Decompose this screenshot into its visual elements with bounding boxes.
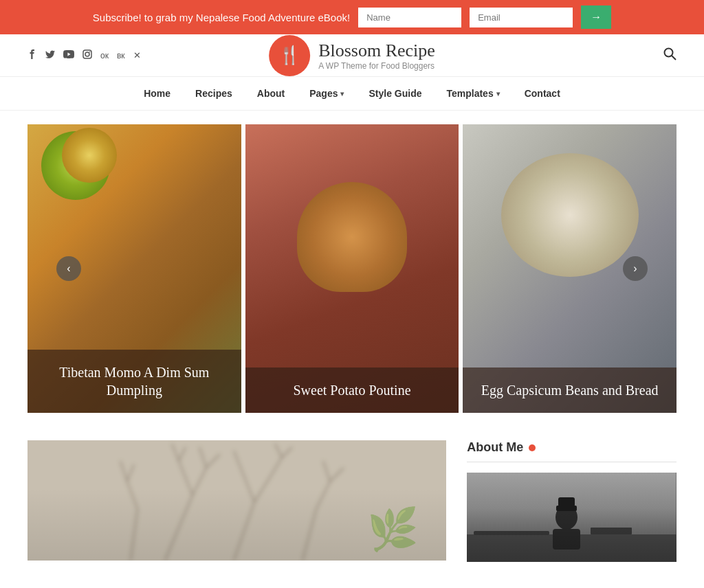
nav-about[interactable]: About [257, 88, 285, 99]
svg-point-34 [556, 505, 578, 530]
slide-1-overlay: Tibetan Momo A Dim Sum Dumpling [28, 350, 241, 413]
svg-line-14 [234, 502, 254, 561]
facebook-icon[interactable] [28, 49, 37, 62]
main-article-preview[interactable] [28, 440, 446, 562]
top-banner: Subscribe! to grab my Nepalese Food Adve… [0, 0, 704, 34]
slider-section: ‹ Tibetan Momo A Dim Sum Dumpling Sweet … [0, 111, 704, 427]
svg-line-18 [272, 457, 282, 475]
svg-line-20 [282, 447, 292, 457]
svg-line-9 [192, 468, 206, 495]
svg-rect-29 [28, 440, 446, 561]
svg-line-21 [131, 509, 138, 561]
svg-point-3 [665, 49, 673, 57]
svg-line-19 [275, 444, 282, 457]
sidebar: About Me [467, 440, 676, 562]
svg-rect-38 [474, 531, 549, 535]
main-nav: Home Recipes About Pages ▾ Style Guide T… [0, 77, 704, 111]
templates-dropdown-arrow: ▾ [496, 90, 500, 98]
header: ок вк ✕ 🍴 Blossom Recipe A WP Theme for … [0, 34, 704, 77]
slide-2-overlay: Sweet Potato Poutine [245, 368, 459, 413]
youtube-icon[interactable] [63, 49, 74, 61]
svg-line-15 [241, 468, 254, 502]
site-title: Blossom Recipe [318, 41, 435, 61]
svg-line-27 [323, 461, 330, 482]
slide-2-title: Sweet Potato Poutine [259, 381, 446, 399]
svg-rect-5 [28, 440, 446, 561]
site-subtitle: A WP Theme for Food Bloggers [318, 61, 435, 71]
svg-point-2 [89, 51, 91, 52]
nav-contact[interactable]: Contact [525, 88, 560, 99]
subscribe-button[interactable]: → [581, 5, 611, 29]
slide-3-overlay: Egg Capsicum Beans and Bread [463, 368, 676, 413]
twitter-icon[interactable] [45, 49, 55, 62]
svg-line-12 [172, 444, 179, 461]
svg-line-4 [672, 56, 676, 60]
slider-prev-button[interactable]: ‹ [56, 256, 81, 281]
svg-line-10 [199, 447, 206, 468]
svg-rect-37 [558, 497, 575, 507]
article-image [28, 440, 446, 561]
svg-line-16 [254, 475, 272, 502]
svg-rect-33 [467, 534, 676, 562]
slide-3-title: Egg Capsicum Beans and Bread [476, 381, 663, 399]
social-icons: ок вк ✕ [28, 49, 141, 62]
search-button[interactable] [663, 47, 676, 64]
vk-icon[interactable]: вк [117, 51, 125, 60]
svg-line-28 [330, 468, 344, 482]
svg-rect-39 [591, 528, 632, 534]
nav-templates[interactable]: Templates ▾ [446, 88, 499, 99]
svg-rect-6 [28, 440, 446, 561]
logo-text: Blossom Recipe A WP Theme for Food Blogg… [318, 41, 435, 71]
nav-style-guide[interactable]: Style Guide [368, 88, 421, 99]
pages-dropdown-arrow: ▾ [340, 90, 344, 98]
slider-container: ‹ Tibetan Momo A Dim Sum Dumpling Sweet … [28, 124, 676, 413]
email-input[interactable] [470, 8, 573, 27]
svg-rect-0 [83, 50, 91, 58]
xing-icon[interactable]: ✕ [133, 50, 141, 60]
svg-line-25 [302, 509, 316, 561]
nav-recipes[interactable]: Recipes [195, 88, 232, 99]
svg-line-26 [316, 482, 330, 509]
slide-1-title: Tibetan Momo A Dim Sum Dumpling [41, 363, 228, 399]
about-me-title: About Me [467, 440, 676, 462]
svg-point-1 [85, 52, 89, 56]
name-input[interactable] [358, 8, 461, 27]
logo-icon: 🍴 [269, 35, 310, 76]
about-me-image [467, 473, 676, 562]
instagram-icon[interactable] [82, 49, 92, 62]
svg-line-17 [234, 451, 241, 468]
slide-2[interactable]: Sweet Potato Poutine [245, 124, 459, 413]
nav-pages[interactable]: Pages ▾ [309, 88, 344, 99]
svg-line-11 [206, 454, 220, 468]
svg-rect-35 [553, 529, 580, 550]
svg-line-23 [120, 461, 127, 482]
svg-rect-32 [467, 473, 676, 562]
slider-next-button[interactable]: › [623, 256, 648, 281]
title-dot [529, 444, 536, 451]
svg-line-7 [165, 495, 192, 561]
svg-line-24 [127, 464, 134, 482]
bottom-section: About Me [0, 427, 704, 576]
banner-text: Subscribe! to grab my Nepalese Food Adve… [93, 12, 350, 23]
svg-line-22 [127, 482, 138, 509]
svg-line-13 [179, 447, 186, 461]
ok-icon[interactable]: ок [100, 51, 109, 60]
svg-line-8 [179, 461, 192, 495]
nav-home[interactable]: Home [144, 88, 170, 99]
logo[interactable]: 🍴 Blossom Recipe A WP Theme for Food Blo… [269, 35, 435, 76]
fork-icon: 🍴 [278, 45, 300, 66]
